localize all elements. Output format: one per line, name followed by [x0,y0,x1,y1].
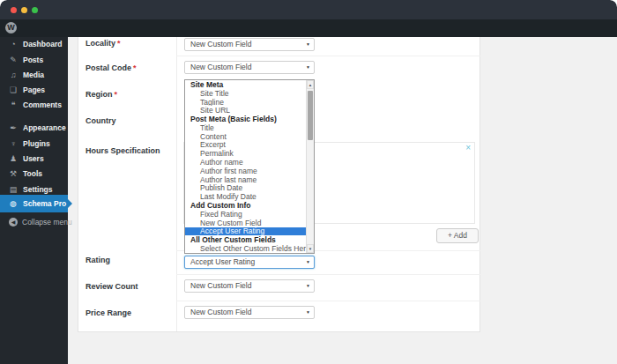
dropdown-option[interactable]: Publish Date [185,184,306,193]
dropdown-option[interactable]: All Other Custom Fields [185,235,306,244]
wp-admin-sidebar: ◔ Dashboard ✎ Posts ♫ Media ❏ Pages ❝ Co… [0,37,68,364]
menu-item-label: Media [23,71,44,79]
dropdown-option[interactable]: New Custom Field [185,219,306,227]
column-divider [176,37,177,331]
sidebar-item[interactable]: ✎ Posts [0,53,68,67]
dropdown-option[interactable]: Author first name [185,167,306,175]
sidebar-item[interactable]: ❏ Pages [0,83,68,97]
dropdown-option[interactable]: Site Meta [185,80,306,89]
dropdown-option[interactable]: Title [185,123,306,132]
dropdown-option[interactable]: Site URL [185,106,306,115]
field-label-rating: Rating [85,256,174,264]
close-window-button[interactable] [11,7,17,13]
dropdown-option[interactable]: Add Custom Info [185,201,306,210]
menu-item-label: Comments [23,100,62,109]
dropdown-option[interactable]: Tagline [185,98,306,107]
sidebar-item[interactable]: ♫ Media [0,68,68,82]
row-separator [176,274,480,275]
menu-item-label: Dashboard [23,40,62,48]
price-range-select[interactable]: New Custom Field ▼ [184,306,315,319]
sidebar-item[interactable]: ♆ Plugins [0,137,68,151]
sidebar-item[interactable]: ✒ Appearance [0,121,68,135]
field-label-country: Country [85,116,174,125]
dropdown-arrow-icon: ▼ [306,260,310,264]
menu-item-icon: ♆ [8,140,19,148]
sidebar-item[interactable]: ◔ Dashboard [0,37,68,51]
menu-item-icon: ❏ [8,86,19,94]
menu-item-label: Appearance [23,123,66,132]
add-hours-row-button[interactable]: + Add [436,228,479,243]
sidebar-item[interactable]: ⚒ Tools [0,167,68,181]
menu-item-icon: ✎ [8,56,19,64]
menu-item-label: Posts [23,56,43,64]
menu-item-icon: ✒ [8,124,19,132]
menu-item-icon: ♫ [8,71,19,79]
remove-hours-row-icon[interactable]: × [465,143,471,153]
rating-dropdown-list: Site MetaSite TitleTaglineSite URLPost M… [184,79,315,254]
dropdown-option[interactable]: Permalink [185,149,306,158]
sidebar-item[interactable]: ◀ Collapse menu [0,215,68,229]
locality-select[interactable]: New Custom Field ▼ [184,38,315,51]
minimize-window-button[interactable] [21,7,27,13]
dropdown-option[interactable]: Post Meta (Basic Fields) [185,115,306,123]
schema-settings-panel: Locality* Postal Code* Region* Country H… [78,37,480,332]
scroll-down-arrow-icon[interactable]: ▼ [307,244,314,253]
sidebar-item[interactable]: ♟ Users [0,152,68,166]
dropdown-option[interactable]: Content [185,132,306,141]
scroll-up-arrow-icon[interactable]: ▲ [307,80,314,89]
dropdown-arrow-icon: ▼ [306,65,310,70]
menu-item-label: Plugins [23,139,50,148]
menu-item-icon: ◍ [8,200,19,208]
review-count-select[interactable]: New Custom Field ▼ [184,279,315,293]
menu-item-icon: ▤ [8,186,19,194]
menu-item-icon: ♟ [8,155,19,163]
menu-item-icon: ⚒ [8,170,19,178]
sidebar-item[interactable]: ◍ Schema Pro [0,195,68,212]
dropdown-arrow-icon: ▼ [306,284,310,288]
required-asterisk: * [117,39,121,48]
field-label-region: Region* [85,90,174,99]
required-asterisk: * [115,90,118,99]
dropdown-option[interactable]: Author name [185,158,306,167]
wp-admin-bar: W [0,19,617,37]
required-asterisk: * [133,63,137,72]
field-label-postal-code: Postal Code* [85,63,174,72]
app-window: W ◔ Dashboard ✎ Posts ♫ Media ❏ Pages ❝ … [0,0,617,364]
postal-code-select[interactable]: New Custom Field ▼ [184,61,315,74]
menu-item-icon: ◀ [9,218,18,227]
dropdown-arrow-icon: ▼ [306,42,310,47]
dropdown-option[interactable]: Last Modify Date [185,192,306,201]
dropdown-scrollbar[interactable]: ▲ ▼ [306,80,314,253]
window-titlebar [0,0,617,19]
menu-item-label: Pages [23,85,45,94]
row-separator [176,56,480,56]
field-label-locality: Locality* [85,39,174,48]
menu-item-label: Users [23,154,44,163]
dropdown-option[interactable]: Excerpt [185,141,306,150]
dropdown-option[interactable]: Fixed Rating [185,210,306,219]
sidebar-item[interactable]: ❝ Comments [0,98,68,112]
menu-item-icon: ◔ [8,41,19,48]
row-separator [176,301,480,301]
menu-item-label: Schema Pro [23,199,66,208]
scrollbar-thumb[interactable] [308,91,313,140]
rating-select[interactable]: Accept User Rating ▼ [184,256,315,269]
field-label-hours-specification: Hours Specification [85,146,174,155]
menu-item-label: Settings [23,185,53,194]
dropdown-option[interactable]: Accept User Rating [185,227,306,236]
dropdown-option[interactable]: Author last name [185,175,306,184]
field-label-price-range: Price Range [85,308,174,317]
dropdown-option[interactable]: Site Title [185,89,306,98]
menu-item-label: Tools [23,169,42,178]
wordpress-logo-icon[interactable]: W [5,22,17,33]
dropdown-arrow-icon: ▼ [306,310,310,315]
dropdown-option[interactable]: Select Other Custom Fields Here [185,244,306,253]
menu-item-label: Collapse menu [22,218,72,227]
maximize-window-button[interactable] [32,7,38,13]
field-label-review-count: Review Count [85,282,174,291]
menu-item-icon: ❝ [8,101,19,109]
